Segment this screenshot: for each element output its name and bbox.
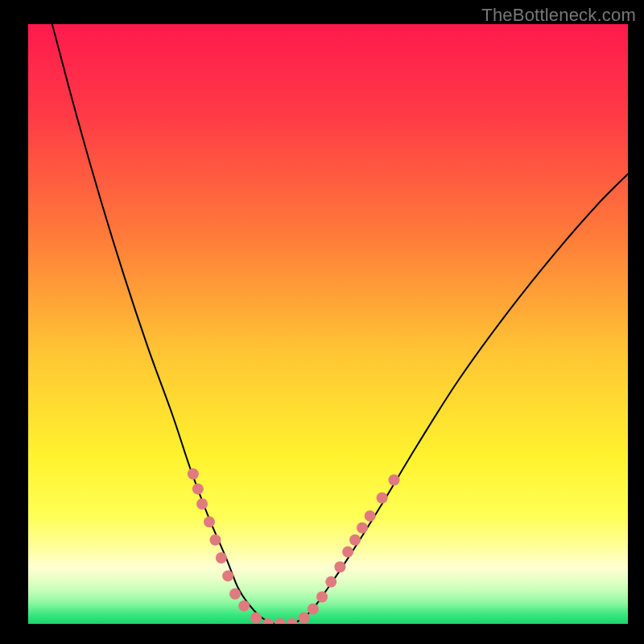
data-marker: [365, 510, 376, 522]
data-marker: [377, 493, 388, 504]
bottleneck-chart: [0, 0, 644, 644]
data-marker: [229, 588, 241, 600]
plot-background: [28, 24, 628, 624]
data-marker: [222, 570, 233, 581]
chart-frame: TheBottleneck.com: [0, 0, 644, 644]
data-marker: [316, 591, 328, 602]
data-marker: [262, 618, 274, 630]
data-marker: [325, 576, 336, 588]
data-marker: [188, 469, 199, 480]
data-marker: [357, 522, 368, 534]
data-marker: [275, 618, 286, 630]
data-marker: [299, 613, 310, 624]
data-marker: [342, 547, 353, 558]
data-marker: [250, 613, 262, 624]
data-marker: [196, 498, 208, 510]
data-marker: [308, 603, 319, 614]
data-marker: [216, 552, 227, 564]
data-marker: [388, 474, 399, 485]
data-marker: [334, 561, 345, 572]
data-marker: [204, 516, 215, 527]
data-marker: [209, 535, 221, 546]
data-marker: [287, 618, 298, 630]
data-marker: [192, 483, 204, 494]
data-marker: [238, 601, 250, 612]
watermark-text: TheBottleneck.com: [481, 5, 636, 26]
data-marker: [349, 535, 361, 546]
